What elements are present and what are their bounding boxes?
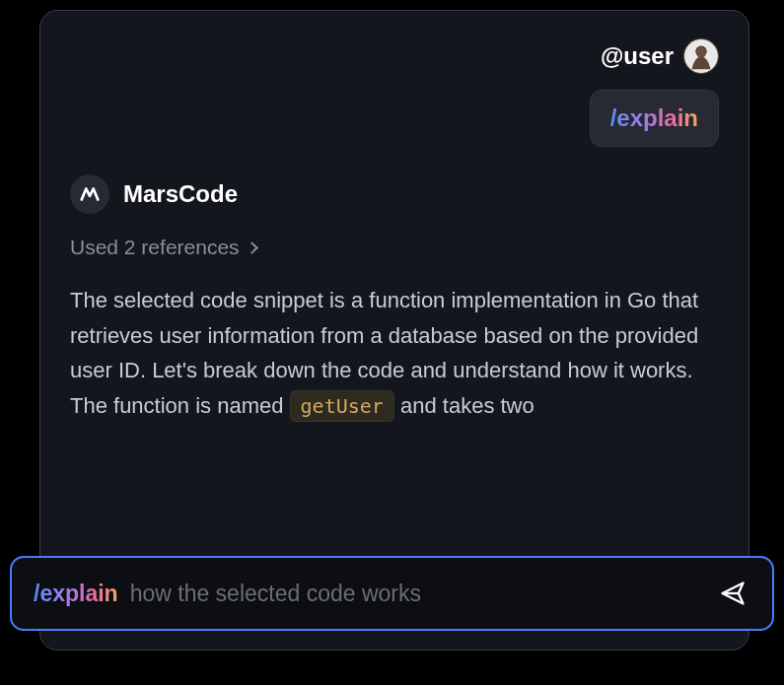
chat-panel: @user /explain MarsCode U: [39, 10, 749, 651]
response-para-1: The selected code snippet is a function …: [70, 283, 719, 388]
user-name: @user: [601, 42, 674, 70]
user-header: @user: [601, 38, 719, 74]
references-link[interactable]: Used 2 references: [70, 236, 719, 259]
assistant-header: MarsCode: [70, 174, 719, 214]
user-message: @user /explain: [70, 38, 719, 147]
command-text: /explain: [610, 104, 698, 131]
assistant-message: MarsCode Used 2 references The selected …: [70, 174, 719, 424]
references-text: Used 2 references: [70, 236, 240, 259]
input-placeholder: how the selected code works: [130, 581, 421, 607]
svg-point-2: [696, 47, 705, 58]
user-command-chip: /explain: [590, 90, 719, 147]
input-bar[interactable]: /explain how the selected code works: [10, 556, 774, 631]
send-icon: [719, 580, 747, 607]
assistant-name: MarsCode: [123, 180, 238, 208]
input-text[interactable]: /explain how the selected code works: [34, 581, 421, 607]
avatar-icon: [684, 39, 718, 73]
response-para-2: The function is named getUser and takes …: [70, 388, 719, 424]
response-text: The selected code snippet is a function …: [70, 283, 719, 424]
chevron-right-icon: [246, 241, 258, 254]
code-inline: getUser: [290, 390, 394, 422]
send-button[interactable]: [715, 576, 750, 611]
avatar[interactable]: [683, 38, 719, 74]
marscode-icon: [70, 174, 109, 214]
input-command: /explain: [34, 581, 118, 607]
